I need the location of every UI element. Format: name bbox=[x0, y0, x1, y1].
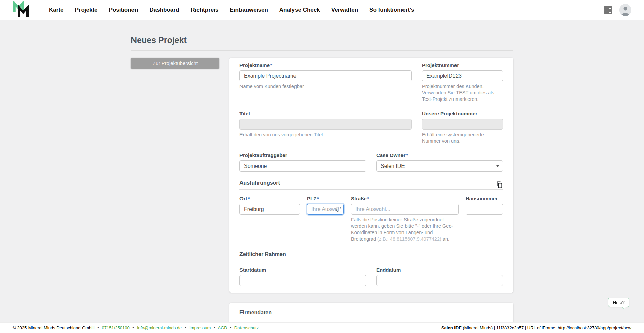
user-avatar-icon[interactable] bbox=[619, 4, 631, 16]
nav-item-richtpreis[interactable]: Richtpreis bbox=[191, 7, 218, 13]
projektname-input[interactable] bbox=[239, 70, 412, 81]
left-column: Zur Projektübersicht bbox=[131, 58, 219, 69]
required-asterisk: * bbox=[248, 196, 250, 201]
zeitlicher-rahmen-section-title: Zeitlicher Rahmen bbox=[239, 251, 286, 258]
project-form-card: Projektname* Name vom Kunden festlegbar … bbox=[229, 58, 513, 293]
startdatum-label: Startdatum bbox=[239, 267, 366, 273]
startdatum-field: Startdatum bbox=[239, 267, 366, 286]
required-asterisk: * bbox=[317, 196, 319, 201]
footer-link-datenschutz[interactable]: Datenschutz bbox=[234, 325, 259, 330]
titel-input bbox=[239, 119, 412, 130]
plz-label: PLZ* bbox=[307, 196, 344, 201]
main-content: Neues Projekt Zur Projektübersicht Proje… bbox=[131, 35, 513, 333]
enddatum-label: Enddatum bbox=[376, 267, 503, 273]
strasse-label: Straße* bbox=[351, 196, 459, 201]
hausnummer-field: Hausnummer bbox=[466, 196, 503, 242]
required-asterisk: * bbox=[406, 152, 408, 158]
projektnummer-helper: Projektnummer des Kunden. Verwenden Sie … bbox=[422, 83, 503, 103]
page-title: Neues Projekt bbox=[131, 35, 513, 51]
footer-session-info: Selen IDE (Mineral Minds) | 11f3832c2a57… bbox=[441, 325, 631, 330]
case-owner-selected-value: Selen IDE bbox=[381, 163, 405, 169]
projektnummer-input[interactable] bbox=[422, 70, 503, 81]
unsere-projektnummer-label: Unsere Projektnummer bbox=[422, 111, 503, 116]
nav-item-einbauweisen[interactable]: Einbauweisen bbox=[230, 7, 268, 13]
nav-item-positionen[interactable]: Positionen bbox=[109, 7, 138, 13]
required-asterisk: * bbox=[367, 196, 369, 201]
footer-separator: • bbox=[132, 325, 134, 330]
zeitlicher-rahmen-section-header: Zeitlicher Rahmen bbox=[239, 251, 503, 261]
projektauftraggeber-label: Projektauftraggeber bbox=[239, 152, 366, 158]
nav-item-so-funktionierts[interactable]: So funktioniert's bbox=[369, 7, 414, 13]
hausnummer-input[interactable] bbox=[466, 204, 503, 215]
nav-item-projekte[interactable]: Projekte bbox=[75, 7, 97, 13]
projektnummer-label: Projektnummer bbox=[422, 62, 503, 68]
strasse-helper: Falls die Position keiner Straße zugeord… bbox=[351, 217, 459, 242]
enddatum-field: Enddatum bbox=[376, 267, 503, 286]
required-asterisk: * bbox=[270, 62, 272, 68]
footer-link-email[interactable]: info@mineral-minds.de bbox=[137, 325, 182, 330]
nav-item-verwalten[interactable]: Verwalten bbox=[331, 7, 358, 13]
copy-location-icon[interactable] bbox=[496, 181, 503, 189]
unsere-projektnummer-input bbox=[422, 119, 503, 130]
ausfuehrungsort-section-title: Ausführungsort bbox=[239, 180, 280, 186]
mineral-minds-logo-icon[interactable] bbox=[13, 1, 32, 19]
projektauftraggeber-field: Projektauftraggeber bbox=[239, 152, 366, 172]
nav-item-analyse-check[interactable]: Analyse Check bbox=[279, 7, 320, 13]
navbar-right-icons bbox=[603, 4, 631, 16]
nav-item-karte[interactable]: Karte bbox=[49, 7, 63, 13]
startdatum-input[interactable] bbox=[239, 275, 366, 286]
footer: © 2025 Mineral Minds Deutschland GmbH • … bbox=[0, 322, 644, 333]
footer-link-phone[interactable]: 07151/250100 bbox=[102, 325, 130, 330]
right-column: Projektname* Name vom Kunden festlegbar … bbox=[229, 58, 513, 333]
footer-copyright: © 2025 Mineral Minds Deutschland GmbH bbox=[13, 325, 95, 330]
case-owner-field: Case Owner* Selen IDE bbox=[376, 152, 503, 172]
titel-helper: Erhält den von uns vorgegebenen Titel. bbox=[239, 132, 412, 138]
unsere-projektnummer-helper: Erhält eine systemgenerierte Nummer von … bbox=[422, 132, 503, 144]
hausnummer-label: Hausnummer bbox=[466, 196, 503, 201]
main-navigation: Karte Projekte Positionen Dashboard Rich… bbox=[49, 7, 414, 13]
projektname-field: Projektname* Name vom Kunden festlegbar bbox=[239, 62, 412, 103]
zur-projektuebersicht-button[interactable]: Zur Projektübersicht bbox=[131, 58, 219, 69]
case-owner-select[interactable]: Selen IDE bbox=[376, 160, 503, 172]
footer-separator: • bbox=[185, 325, 186, 330]
enddatum-input[interactable] bbox=[376, 275, 503, 286]
top-navbar: Karte Projekte Positionen Dashboard Rich… bbox=[0, 0, 644, 20]
ort-input[interactable] bbox=[239, 204, 300, 215]
strasse-field: Straße* Falls die Position keiner Straße… bbox=[351, 196, 459, 242]
projektname-label: Projektname* bbox=[239, 62, 412, 68]
ausfuehrungsort-section-header: Ausführungsort bbox=[239, 180, 503, 190]
footer-link-impressum[interactable]: Impressum bbox=[189, 325, 211, 330]
plz-field: PLZ* bbox=[307, 196, 344, 242]
strasse-input[interactable] bbox=[351, 204, 459, 215]
server-dns-icon[interactable] bbox=[603, 5, 613, 15]
firmendaten-section-title: Firmendaten bbox=[239, 309, 272, 316]
footer-session-details: (Mineral Minds) | 11f3832c2a57 | URL of … bbox=[462, 325, 631, 330]
footer-separator: • bbox=[230, 325, 232, 330]
titel-field: Titel Erhält den von uns vorgegebenen Ti… bbox=[239, 111, 412, 144]
footer-separator: • bbox=[97, 325, 99, 330]
titel-label: Titel bbox=[239, 111, 412, 116]
projektname-helper: Name vom Kunden festlegbar bbox=[239, 83, 412, 90]
footer-separator: • bbox=[214, 325, 215, 330]
projektauftraggeber-input[interactable] bbox=[239, 160, 366, 172]
footer-link-agb[interactable]: AGB bbox=[218, 325, 227, 330]
footer-left: © 2025 Mineral Minds Deutschland GmbH • … bbox=[13, 325, 259, 330]
plz-input[interactable] bbox=[307, 204, 344, 215]
help-button[interactable]: Hilfe? bbox=[608, 298, 629, 307]
unsere-projektnummer-field: Unsere Projektnummer Erhält eine systemg… bbox=[422, 111, 503, 144]
ort-label: Ort* bbox=[239, 196, 300, 201]
ort-field: Ort* bbox=[239, 196, 300, 242]
footer-user-name: Selen IDE bbox=[441, 325, 462, 330]
case-owner-label: Case Owner* bbox=[376, 152, 503, 158]
nav-item-dashboard[interactable]: Dashboard bbox=[149, 7, 179, 13]
projektnummer-field: Projektnummer Projektnummer des Kunden. … bbox=[422, 62, 503, 103]
